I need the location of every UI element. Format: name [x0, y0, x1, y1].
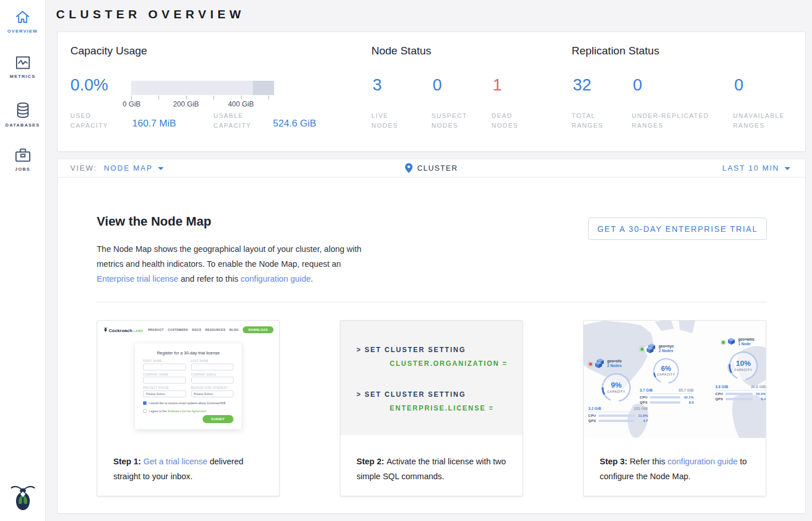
live-nodes-value: 3 — [373, 76, 382, 94]
dead-nodes-value: 1 — [493, 76, 502, 94]
mini-site-logo-suffix: LABS — [133, 329, 143, 333]
step-3-prefix: Step 3: — [600, 457, 629, 466]
qps-bar — [650, 401, 680, 404]
node-status-title: Node Status — [371, 45, 431, 57]
step-2-caption: Step 2: Activate the trial license with … — [357, 454, 510, 484]
metrics-icon — [15, 56, 30, 70]
node-map-description: The Node Map shows the geographical layo… — [97, 242, 366, 286]
enterprise-trial-license-link[interactable]: Enterprise trial license — [97, 274, 179, 283]
code-line-1-value: CLUSTER.ORGANIZATION = — [390, 360, 508, 368]
code-line-2-prompt: > SET CLUSTER SETTING — [357, 390, 466, 398]
used-capacity-label: USED CAPACITY — [70, 111, 120, 131]
step-3-card: geo=sfo 2 Nodes 9% CAPACITY — [583, 320, 766, 496]
sidebar-item-databases[interactable]: DATABASES — [0, 102, 45, 128]
sidebar-item-overview[interactable]: OVERVIEW — [0, 9, 45, 34]
chevron-down-icon — [785, 167, 790, 170]
mini-checkbox-row-updates: I would like to receive email updates ab… — [143, 401, 226, 405]
locality-sfo-names: geo=sfo 2 Nodes — [607, 359, 621, 368]
qps-bar — [599, 420, 635, 422]
cluster-summary-panel: Capacity Usage 0.0% 0 GiB 200 GiB 400 Gi… — [57, 31, 806, 152]
locality-ams-capacity-gauge: 10% CAPACITY — [728, 350, 759, 381]
node-cube-icon — [595, 358, 604, 369]
view-dropdown-value: NODE MAP — [104, 164, 153, 172]
locality-nyc: geo=nyc 2 Nodes 6% CAPACITY — [640, 344, 695, 356]
total-ranges-value: 32 — [573, 76, 591, 94]
mini-select-reason: Please Select — [191, 390, 234, 397]
locality-sfo-stats: 3.2 GiB 331 GiB CPU 11.0% QPS 4.7 — [588, 406, 648, 423]
time-range-value: LAST 10 MIN — [722, 164, 779, 172]
locality-nyc-stats: 3.7 GiB 65.7 GiB CPU 42.1% QPS 8.8 — [640, 388, 694, 404]
chevron-down-icon — [158, 167, 164, 170]
mini-nav-docs: DOCS — [192, 328, 201, 331]
mini-nav-blog: BLOG — [229, 328, 239, 331]
configuration-guide-link-2[interactable]: configuration guide — [667, 457, 738, 466]
node-map-preview: geo=sfo 2 Nodes 9% CAPACITY — [584, 321, 766, 438]
page-title: CLUSTER OVERVIEW — [56, 7, 245, 21]
enterprise-trial-button[interactable]: GET A 30-DAY ENTERPRISE TRIAL — [588, 218, 767, 240]
step-1-caption: Step 1: Get a trial license delivered st… — [113, 454, 267, 484]
sidebar-item-jobs[interactable]: JOBS — [0, 148, 45, 172]
node-cube-icon — [647, 344, 656, 354]
dead-nodes-label: DEAD NODES — [492, 111, 532, 131]
mini-checkbox-updates-label: I would like to receive email updates ab… — [149, 401, 226, 405]
home-icon — [15, 9, 30, 25]
locality-nyc-names: geo=nyc 2 Nodes — [659, 344, 674, 353]
cluster-overview-screen: OVERVIEW METRICS DATABASES JO — [0, 0, 812, 521]
sidebar-label-overview: OVERVIEW — [0, 29, 45, 34]
step-1-prefix: Step 1: — [113, 457, 143, 466]
capacity-bar-ticks — [131, 96, 274, 100]
tick-label-200: 200 GiB — [170, 100, 202, 108]
live-node-dot-icon — [721, 340, 726, 345]
mini-license-agreement-link: Software License Agreement. — [168, 409, 207, 413]
locality-nyc-header: geo=nyc 2 Nodes — [640, 344, 695, 356]
sidebar-label-databases: DATABASES — [0, 123, 45, 128]
get-trial-license-link[interactable]: Get a trial license — [143, 457, 207, 466]
locality-ams: geo=ams 1 Node 10% CAPACITY — [713, 337, 766, 349]
mini-submit-button: SUBMIT — [203, 415, 233, 423]
mini-site-header: Cockroach LABS PRODUCT CUSTOMERS DOCS RE… — [104, 325, 274, 334]
breadcrumb: CLUSTER — [405, 163, 458, 173]
sidebar-label-metrics: METRICS — [0, 74, 45, 79]
step-3-caption: Step 3: Refer this configuration guide t… — [600, 454, 753, 484]
usable-capacity-label: USABLE CAPACITY — [213, 111, 263, 131]
dead-node-dot-icon — [588, 362, 593, 366]
capacity-bar-track — [131, 81, 274, 95]
description-text-3: . — [311, 274, 313, 283]
sidebar: OVERVIEW METRICS DATABASES JO — [0, 0, 46, 521]
locality-sfo-header: geo=sfo 2 Nodes — [588, 358, 651, 371]
locality-sfo-capacity-gauge: 9% CAPACITY — [601, 372, 632, 403]
sidebar-item-metrics[interactable]: METRICS — [0, 56, 45, 79]
mini-input-last-name — [191, 364, 234, 370]
tick-label-0: 0 GiB — [121, 100, 142, 108]
mini-nav-resources: RESOURCES — [205, 328, 225, 331]
time-range-dropdown[interactable]: LAST 10 MIN — [722, 164, 790, 172]
locality-ams-header: geo=ams 1 Node — [713, 337, 766, 349]
qps-bar — [726, 398, 752, 400]
databases-icon — [16, 102, 30, 119]
mini-field-last-name: LAST NAME — [191, 360, 234, 370]
mini-field-company-name: COMPANY NAME — [143, 373, 186, 384]
suspect-nodes-value: 0 — [433, 76, 442, 94]
mini-form-title: Register for a 30-day trial license — [135, 350, 241, 356]
view-dropdown[interactable]: NODE MAP — [104, 164, 164, 172]
cpu-bar — [599, 415, 635, 417]
mini-site-nav: PRODUCT CUSTOMERS DOCS RESOURCES BLOG DO… — [148, 326, 274, 333]
used-capacity-value: 160.7 MiB — [132, 118, 176, 129]
under-replicated-ranges-value: 0 — [633, 76, 642, 94]
unavailable-ranges-label: UNAVAILABLE RANGES — [733, 111, 796, 131]
description-text-1: The Node Map shows the geographical layo… — [97, 244, 362, 269]
mini-checkbox-checked — [143, 401, 146, 405]
configuration-guide-link[interactable]: configuration guide — [240, 274, 311, 283]
live-nodes-label: LIVE NODES — [371, 111, 411, 131]
sql-code-block: > SET CLUSTER SETTING CLUSTER.ORGANIZATI… — [340, 321, 522, 435]
mini-download-button: DOWNLOAD — [243, 326, 274, 333]
cockroachdb-logo[interactable] — [11, 484, 35, 513]
locality-ams-stats: 3.6 GiB 36.6 GiB CPU 53.3% QPS 6.4 — [715, 385, 766, 401]
step-2-card: > SET CLUSTER SETTING CLUSTER.ORGANIZATI… — [340, 320, 523, 496]
cpu-bar — [650, 396, 680, 398]
capacity-bar-tick-labels: 0 GiB 200 GiB 400 GiB — [131, 100, 274, 109]
locality-nyc-capacity-gauge: 6% CAPACITY — [652, 357, 680, 385]
view-label: VIEW: — [70, 164, 97, 172]
jobs-icon — [15, 148, 31, 163]
locality-sfo: geo=sfo 2 Nodes 9% CAPACITY — [588, 358, 651, 371]
